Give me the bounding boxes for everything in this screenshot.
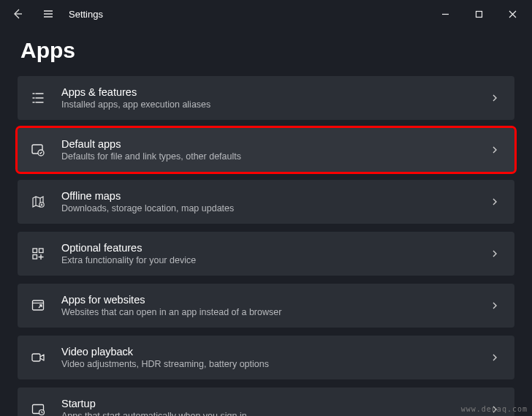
item-apps-for-websites[interactable]: Apps for websites Websites that can open… bbox=[18, 284, 514, 328]
hamburger-icon bbox=[42, 8, 54, 20]
svg-rect-8 bbox=[32, 354, 40, 361]
item-title: Apps for websites bbox=[61, 294, 488, 306]
list-icon bbox=[28, 88, 48, 108]
window-link-icon bbox=[28, 295, 48, 316]
window-controls bbox=[428, 2, 529, 26]
item-text: Apps & features Installed apps, app exec… bbox=[61, 86, 488, 110]
item-title: Apps & features bbox=[61, 86, 488, 98]
close-button[interactable] bbox=[495, 2, 529, 26]
settings-list: Apps & features Installed apps, app exec… bbox=[0, 76, 532, 416]
item-text: Video playback Video adjustments, HDR st… bbox=[61, 346, 488, 369]
item-subtitle: Apps that start automatically when you s… bbox=[61, 411, 488, 416]
item-title: Optional features bbox=[61, 242, 488, 254]
grid-plus-icon bbox=[28, 243, 48, 264]
item-subtitle: Websites that can open in an app instead… bbox=[61, 307, 488, 317]
default-apps-icon bbox=[28, 140, 48, 160]
chevron-right-icon bbox=[488, 91, 501, 105]
startup-icon bbox=[28, 399, 48, 416]
item-subtitle: Defaults for file and link types, other … bbox=[61, 151, 488, 162]
item-title: Startup bbox=[61, 398, 488, 409]
item-text: Startup Apps that start automatically wh… bbox=[61, 398, 488, 416]
item-text: Offline maps Downloads, storage location… bbox=[61, 190, 488, 213]
item-subtitle: Installed apps, app execution aliases bbox=[61, 99, 488, 110]
chevron-right-icon bbox=[488, 143, 501, 156]
item-subtitle: Downloads, storage location, map updates bbox=[61, 203, 488, 213]
item-offline-maps[interactable]: Offline maps Downloads, storage location… bbox=[18, 180, 514, 224]
svg-rect-4 bbox=[33, 249, 37, 253]
video-icon bbox=[28, 347, 48, 368]
item-default-apps[interactable]: Default apps Defaults for file and link … bbox=[18, 128, 514, 172]
svg-rect-5 bbox=[39, 249, 44, 253]
chevron-right-icon bbox=[488, 351, 501, 364]
minimize-icon bbox=[441, 10, 449, 18]
watermark: www.deuaq.com bbox=[461, 405, 528, 413]
map-icon bbox=[28, 192, 48, 212]
arrow-left-icon bbox=[12, 8, 23, 20]
chevron-right-icon bbox=[488, 195, 501, 208]
item-text: Optional features Extra functionality fo… bbox=[61, 242, 488, 265]
chevron-right-icon bbox=[488, 247, 501, 260]
window-title: Settings bbox=[69, 9, 103, 20]
item-startup[interactable]: Startup Apps that start automatically wh… bbox=[18, 387, 514, 416]
maximize-button[interactable] bbox=[462, 2, 495, 26]
item-subtitle: Extra functionality for your device bbox=[61, 255, 488, 265]
item-title: Offline maps bbox=[61, 190, 488, 202]
item-title: Default apps bbox=[61, 138, 488, 150]
titlebar-left: Settings bbox=[3, 0, 103, 28]
item-text: Default apps Defaults for file and link … bbox=[61, 138, 488, 162]
chevron-right-icon bbox=[488, 299, 501, 312]
page-title: Apps bbox=[0, 28, 532, 76]
close-icon bbox=[509, 10, 517, 18]
maximize-icon bbox=[475, 10, 483, 18]
svg-rect-6 bbox=[33, 255, 37, 260]
svg-rect-0 bbox=[476, 11, 482, 17]
titlebar: Settings bbox=[0, 0, 532, 28]
back-button[interactable] bbox=[3, 0, 32, 28]
item-text: Apps for websites Websites that can open… bbox=[61, 294, 488, 317]
item-video-playback[interactable]: Video playback Video adjustments, HDR st… bbox=[18, 336, 514, 379]
minimize-button[interactable] bbox=[428, 2, 462, 26]
item-optional-features[interactable]: Optional features Extra functionality fo… bbox=[18, 232, 514, 276]
item-subtitle: Video adjustments, HDR streaming, batter… bbox=[61, 359, 488, 369]
menu-button[interactable] bbox=[34, 0, 63, 28]
item-apps-and-features[interactable]: Apps & features Installed apps, app exec… bbox=[18, 76, 514, 120]
item-title: Video playback bbox=[61, 346, 488, 358]
